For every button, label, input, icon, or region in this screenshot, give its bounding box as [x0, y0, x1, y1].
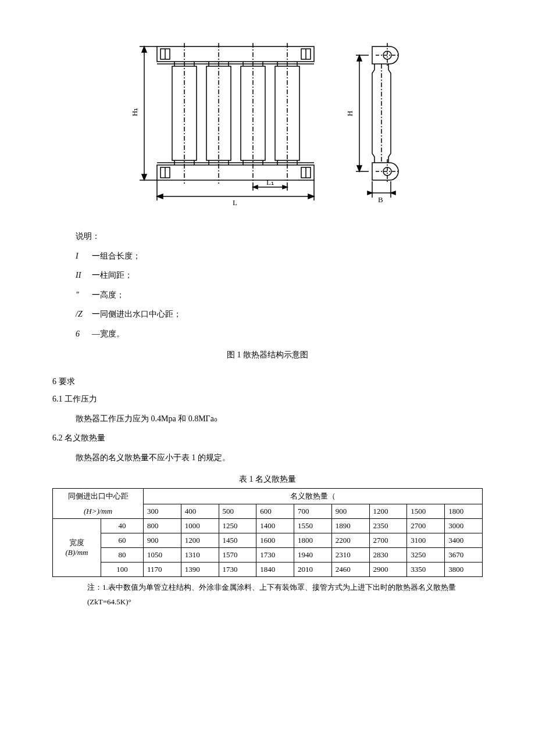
section-6-2-heading: 6.2 名义散热量 [52, 433, 483, 443]
svg-marker-40 [142, 174, 147, 180]
svg-marker-66 [368, 191, 372, 195]
figure-1: H₁ L L₁ H B [52, 35, 483, 209]
cell: 1940 [294, 547, 332, 562]
cell: 1800 [294, 533, 332, 547]
cell-width: 40 [101, 518, 144, 533]
cell: 1050 [144, 547, 181, 562]
svg-marker-45 [308, 194, 314, 199]
note-line-2: (ZkT=64.5K)° [87, 595, 483, 610]
svg-marker-61 [357, 55, 362, 61]
table-row: 60 900 1200 1450 1600 1800 2200 2700 310… [53, 533, 483, 547]
cell: 2830 [369, 547, 407, 562]
table-1: 同侧进出口中心距 名义散热量（ (H>)/mm 300 400 500 600 … [52, 488, 483, 577]
dim-label-h1: H₁ [130, 108, 139, 116]
col-header: 1500 [407, 504, 445, 518]
svg-marker-62 [357, 166, 362, 171]
cell: 1550 [294, 518, 332, 533]
figure-caption: 图 1 散热器结构示意图 [52, 350, 483, 360]
cell: 3400 [445, 533, 483, 547]
col-header: 500 [219, 504, 256, 518]
col-header: 1200 [369, 504, 407, 518]
svg-marker-49 [253, 185, 258, 189]
cell: 3250 [407, 547, 445, 562]
cell: 3350 [407, 562, 445, 576]
cell: 2310 [331, 547, 369, 562]
table-1-caption: 表 1 名义散热量 [52, 474, 483, 485]
dim-label-l: L [233, 198, 237, 207]
table-row: 100 1170 1390 1730 1840 2010 2460 2900 3… [53, 562, 483, 576]
cell: 2010 [294, 562, 332, 576]
svg-marker-50 [283, 185, 287, 189]
section-6-1-heading: 6.1 工作压力 [52, 394, 483, 404]
cell: 3000 [445, 518, 483, 533]
col-header: 400 [181, 504, 219, 518]
dim-label-h: H [345, 111, 354, 116]
cell: 800 [144, 518, 181, 533]
cell: 1390 [181, 562, 219, 576]
dim-label-l1: L₁ [266, 178, 274, 187]
cell: 2700 [369, 533, 407, 547]
cell: 2350 [369, 518, 407, 533]
dim-label-b: B [378, 195, 383, 204]
legend-item: /Z一同侧进出水口中心距； [76, 304, 483, 324]
legend-heading: 说明： [76, 227, 483, 246]
legend-item: 6—宽度。 [76, 324, 483, 344]
cell: 1000 [181, 518, 219, 533]
cell: 1200 [181, 533, 219, 547]
section-6-heading: 6 要求 [52, 377, 483, 387]
cell: 2460 [331, 562, 369, 576]
col-header: 300 [144, 504, 181, 518]
cell: 1890 [331, 518, 369, 533]
table-note: 注：1.表中数值为单管立柱结构、外涂非金属涂料、上下有装饰罩、接管方式为上进下出… [87, 581, 483, 609]
table-row: 宽度 (B)/mm 40 800 1000 1250 1400 1550 189… [53, 518, 483, 533]
cell: 3100 [407, 533, 445, 547]
section-6-1-body: 散热器工作压力应为 0.4Mpa 和 0.8MГa₀ [76, 411, 483, 426]
radiator-diagram-svg: H₁ L L₁ H B [116, 35, 419, 209]
row-header-width: 宽度 (B)/mm [53, 518, 101, 576]
svg-marker-44 [157, 194, 163, 199]
cell: 1730 [219, 562, 256, 576]
cell-width: 100 [101, 562, 144, 576]
cell: 3800 [445, 562, 483, 576]
legend-item: I一组合长度； [76, 246, 483, 266]
header-center-dist: 同侧进出口中心距 [53, 488, 144, 504]
cell: 1570 [219, 547, 256, 562]
col-header: 700 [294, 504, 332, 518]
table-row: (H>)/mm 300 400 500 600 700 900 1200 150… [53, 504, 483, 518]
legend-item: II一柱间距； [76, 266, 483, 285]
cell: 1450 [219, 533, 256, 547]
svg-rect-0 [157, 46, 314, 62]
cell: 1600 [256, 533, 294, 547]
header-center-dist-unit: (H>)/mm [53, 504, 144, 518]
cell: 2700 [407, 518, 445, 533]
legend-item: "一高度； [76, 285, 483, 305]
cell: 1310 [181, 547, 219, 562]
cell: 1170 [144, 562, 181, 576]
cell: 1840 [256, 562, 294, 576]
cell: 1250 [219, 518, 256, 533]
svg-rect-1 [157, 165, 314, 180]
cell: 2900 [369, 562, 407, 576]
table-row: 80 1050 1310 1570 1730 1940 2310 2830 32… [53, 547, 483, 562]
col-header: 600 [256, 504, 294, 518]
col-header: 1800 [445, 504, 483, 518]
cell: 2200 [331, 533, 369, 547]
cell: 3670 [445, 547, 483, 562]
svg-marker-67 [391, 191, 395, 195]
cell-width: 60 [101, 533, 144, 547]
figure-legend: 说明： I一组合长度； II一柱间距； "一高度； /Z一同侧进出水口中心距； … [76, 227, 483, 344]
cell-width: 80 [101, 547, 144, 562]
section-6-2-body: 散热器的名义散热量不应小于表 1 的规定。 [76, 450, 483, 465]
col-header: 900 [331, 504, 369, 518]
cell: 1730 [256, 547, 294, 562]
table-row: 同侧进出口中心距 名义散热量（ [53, 488, 483, 504]
cell: 1400 [256, 518, 294, 533]
header-heat-output: 名义散热量（ [144, 488, 483, 504]
note-line-1: 注：1.表中数值为单管立柱结构、外涂非金属涂料、上下有装饰罩、接管方式为上进下出… [87, 581, 483, 595]
cell: 900 [144, 533, 181, 547]
svg-marker-39 [142, 46, 147, 52]
